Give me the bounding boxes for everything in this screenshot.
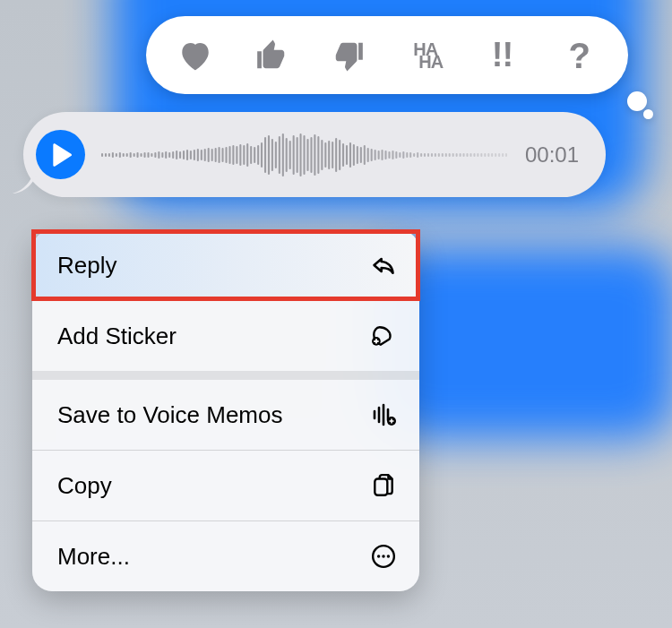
svg-rect-57 (303, 135, 305, 175)
svg-rect-107 (480, 153, 482, 157)
svg-rect-78 (378, 151, 380, 159)
svg-rect-100 (456, 153, 458, 157)
voice-memos-icon (371, 402, 396, 427)
reaction-heart[interactable] (172, 32, 219, 79)
svg-rect-112 (498, 153, 500, 157)
menu-item-label: More... (57, 543, 130, 571)
svg-point-123 (377, 555, 380, 557)
svg-rect-13 (147, 152, 149, 158)
svg-rect-4 (116, 153, 117, 157)
svg-rect-87 (409, 152, 411, 158)
svg-rect-36 (228, 146, 230, 164)
svg-rect-2 (108, 153, 110, 157)
svg-rect-10 (137, 152, 139, 158)
svg-rect-114 (505, 153, 507, 157)
svg-rect-69 (346, 145, 348, 165)
svg-rect-67 (339, 140, 340, 170)
svg-rect-88 (413, 153, 415, 157)
svg-rect-83 (395, 151, 397, 159)
menu-separator (32, 371, 419, 380)
svg-rect-95 (438, 153, 440, 157)
svg-rect-90 (420, 153, 422, 157)
svg-rect-14 (151, 153, 152, 157)
svg-rect-42 (250, 146, 252, 164)
svg-rect-51 (282, 133, 284, 176)
svg-rect-76 (371, 149, 373, 161)
menu-item-label: Add Sticker (57, 323, 177, 350)
waveform (101, 133, 509, 177)
svg-rect-21 (176, 151, 177, 159)
svg-rect-37 (232, 145, 234, 165)
svg-rect-45 (261, 142, 263, 168)
svg-rect-11 (141, 153, 142, 157)
svg-rect-101 (460, 153, 461, 157)
svg-rect-94 (435, 153, 436, 157)
svg-rect-93 (431, 153, 433, 157)
play-button[interactable] (36, 130, 85, 179)
svg-rect-106 (477, 153, 478, 157)
svg-rect-12 (143, 152, 145, 158)
thumbs-down-icon (332, 39, 366, 73)
reaction-question[interactable]: ? (556, 32, 602, 79)
menu-item-copy[interactable]: Copy (32, 451, 419, 520)
svg-rect-28 (201, 150, 202, 160)
svg-rect-91 (424, 153, 426, 157)
svg-rect-66 (335, 138, 337, 172)
svg-rect-3 (112, 152, 114, 158)
svg-rect-84 (399, 152, 401, 158)
svg-rect-25 (190, 151, 192, 159)
svg-rect-63 (324, 142, 326, 168)
svg-rect-61 (317, 136, 319, 174)
menu-item-add-sticker[interactable]: Add Sticker (32, 301, 419, 371)
svg-rect-80 (384, 151, 386, 159)
menu-item-more[interactable]: More... (32, 521, 419, 591)
reaction-thumbs-up[interactable] (248, 32, 295, 79)
tapback-reaction-bar: HA HA !! ? (146, 16, 628, 94)
svg-rect-81 (388, 151, 390, 159)
svg-rect-89 (417, 152, 418, 158)
thumbs-up-icon (254, 39, 289, 73)
svg-rect-40 (243, 145, 245, 165)
svg-rect-29 (204, 149, 206, 161)
svg-rect-44 (257, 145, 259, 165)
svg-rect-108 (484, 153, 486, 157)
svg-rect-110 (491, 153, 493, 157)
svg-rect-99 (452, 153, 454, 157)
svg-rect-8 (130, 152, 132, 158)
svg-rect-98 (449, 153, 451, 157)
heart-icon (177, 39, 213, 72)
svg-rect-5 (119, 152, 121, 158)
menu-item-reply[interactable]: Reply (32, 230, 419, 300)
exclaim-icon: !! (492, 43, 513, 67)
svg-rect-47 (268, 135, 270, 175)
svg-rect-15 (154, 152, 156, 158)
sticker-icon (371, 323, 396, 348)
audio-duration: 00:01 (525, 142, 579, 168)
haha-icon: HA HA (408, 43, 443, 68)
svg-rect-46 (264, 137, 266, 173)
menu-item-label: Reply (57, 252, 116, 280)
svg-rect-64 (328, 141, 330, 169)
audio-bubble[interactable]: 00:01 (23, 112, 606, 197)
svg-rect-38 (236, 146, 237, 164)
svg-rect-6 (123, 153, 125, 157)
svg-rect-1 (105, 153, 107, 157)
svg-rect-59 (310, 137, 312, 173)
reaction-haha[interactable]: HA HA (402, 32, 449, 79)
svg-rect-7 (126, 153, 128, 157)
svg-rect-35 (225, 147, 227, 163)
svg-rect-105 (473, 153, 475, 157)
svg-rect-55 (297, 137, 298, 173)
svg-rect-20 (172, 151, 174, 159)
svg-rect-50 (279, 136, 280, 174)
reaction-thumbs-down[interactable] (325, 32, 372, 79)
reaction-exclaim[interactable]: !! (478, 32, 525, 79)
svg-rect-17 (161, 152, 163, 158)
tapback-tail (627, 91, 653, 119)
svg-rect-49 (275, 142, 277, 168)
svg-rect-26 (194, 150, 195, 160)
more-icon (371, 544, 396, 569)
context-menu: Reply Add Sticker Save to Voice Memos (32, 230, 419, 591)
svg-rect-41 (246, 143, 248, 167)
menu-item-save-voice-memos[interactable]: Save to Voice Memos (32, 380, 419, 450)
